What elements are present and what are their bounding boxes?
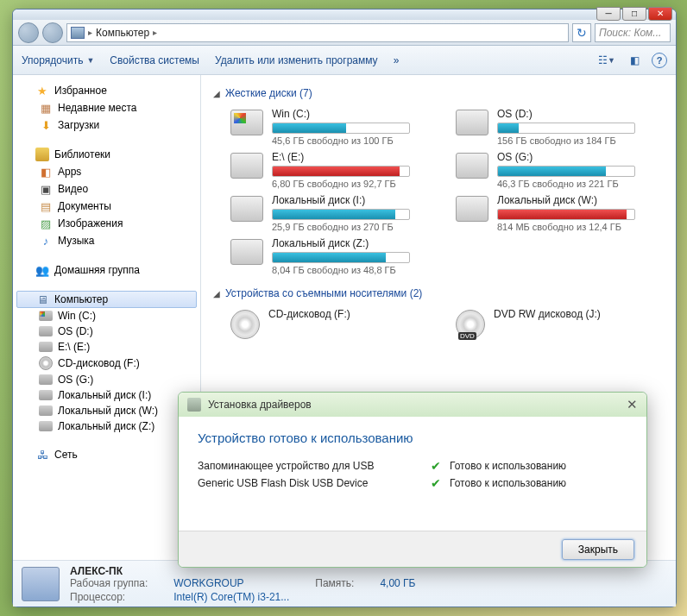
drive-icon — [39, 405, 53, 416]
tree-drive-w[interactable]: Локальный диск (W:) — [16, 403, 197, 418]
drive-name: OS (G:) — [497, 151, 664, 163]
capacity-bar — [272, 252, 410, 263]
popup-title-text: Установка драйверов — [208, 399, 312, 411]
drive-item[interactable]: Локальный диск (I:) 25,9 ГБ свободно из … — [230, 194, 438, 232]
computer-icon: 🖥 — [35, 292, 49, 306]
capacity-bar — [272, 123, 410, 134]
system-properties-button[interactable]: Свойства системы — [110, 54, 199, 66]
cd-icon — [39, 356, 53, 370]
drive-icon — [39, 342, 53, 352]
tree-recent-places[interactable]: ▦Недавние места — [16, 99, 197, 116]
help-button[interactable]: ? — [652, 53, 667, 68]
capacity-bar — [497, 166, 635, 177]
cd-icon — [230, 310, 260, 339]
removable-name: CD-дисковод (F:) — [268, 308, 438, 320]
tree-network[interactable]: 🖧Сеть — [16, 446, 197, 463]
video-icon: ▣ — [39, 182, 53, 196]
drive-icon — [39, 311, 53, 321]
drive-icon — [230, 110, 263, 135]
libraries-icon — [35, 148, 49, 161]
drive-free-text: 156 ГБ свободно из 184 ГБ — [497, 135, 664, 146]
drive-icon — [456, 110, 488, 135]
drive-item[interactable]: Win (C:) 45,6 ГБ свободно из 100 ГБ — [230, 108, 438, 146]
drive-icon — [230, 239, 263, 265]
drive-item[interactable]: OS (G:) 46,3 ГБ свободно из 221 ГБ — [456, 151, 664, 189]
section-removable[interactable]: ◢Устройства со съемными носителями (2) — [213, 287, 664, 299]
drive-item[interactable]: Локальный диск (Z:) 8,04 ГБ свободно из … — [230, 237, 438, 275]
drive-name: Локальный диск (Z:) — [272, 237, 438, 249]
removable-item[interactable]: DVD RW дисковод (J:) — [456, 308, 664, 339]
tree-homegroup[interactable]: 👥Домашняя группа — [16, 261, 197, 279]
minimize-button[interactable]: ─ — [596, 7, 621, 21]
tree-drive-i[interactable]: Локальный диск (I:) — [16, 387, 197, 403]
popup-heading: Устройство готово к использованию — [198, 431, 627, 445]
drive-free-text: 45,6 ГБ свободно из 100 ГБ — [272, 135, 438, 146]
drive-name: OS (D:) — [497, 108, 664, 120]
tree-favorites[interactable]: ★Избранное — [16, 82, 197, 99]
tree-downloads[interactable]: ⬇Загрузки — [16, 116, 197, 134]
tree-drive-c[interactable]: Win (C:) — [16, 308, 197, 324]
downloads-icon: ⬇ — [39, 118, 53, 132]
drive-name: Локальный диск (W:) — [497, 194, 664, 206]
drive-item[interactable]: Локальный диск (W:) 814 МБ свободно из 1… — [456, 194, 664, 232]
uninstall-program-button[interactable]: Удалить или изменить программу — [215, 54, 378, 66]
drive-icon — [230, 153, 263, 179]
popup-titlebar[interactable]: Установка драйверов ✕ — [179, 393, 646, 417]
drive-free-text: 25,9 ГБ свободно из 270 ГБ — [272, 222, 438, 232]
tree-documents[interactable]: ▤Документы — [16, 198, 197, 215]
chevron-right-icon: ▸ — [153, 28, 157, 37]
view-options-button[interactable]: ☷▼ — [596, 51, 617, 70]
tree-libraries[interactable]: Библиотеки — [16, 146, 197, 163]
removable-item[interactable]: CD-дисковод (F:) — [230, 308, 438, 339]
popup-close-action-button[interactable]: Закрыть — [562, 539, 634, 560]
capacity-bar — [272, 209, 410, 220]
tree-drive-g[interactable]: OS (G:) — [16, 372, 197, 387]
documents-icon: ▤ — [39, 199, 53, 213]
popup-device-status: Готово к использованию — [450, 477, 566, 489]
music-icon: ♪ — [39, 234, 53, 248]
popup-device-status: Готово к использованию — [450, 460, 566, 472]
breadcrumb-item[interactable]: Компьютер — [96, 27, 149, 39]
tree-drive-f[interactable]: CD-дисковод (F:) — [16, 355, 197, 372]
details-ram: 4,00 ГБ — [380, 577, 415, 589]
drive-icon — [456, 153, 488, 179]
drive-icon — [39, 374, 53, 385]
details-cpu-label: Процессор: — [70, 591, 148, 603]
refresh-button[interactable]: ↻ — [572, 23, 591, 42]
close-button[interactable]: ✕ — [648, 7, 672, 21]
toolbar-overflow[interactable]: » — [394, 54, 400, 66]
drive-item[interactable]: OS (D:) 156 ГБ свободно из 184 ГБ — [456, 108, 664, 146]
drive-icon — [39, 390, 53, 400]
organize-menu[interactable]: Упорядочить▼ — [22, 54, 94, 66]
chevron-down-icon: ▼ — [86, 56, 94, 65]
tree-music[interactable]: ♪Музыка — [16, 232, 197, 249]
address-bar: ▸ Компьютер ▸ ↻ Поиск: Ком... — [13, 20, 676, 46]
popup-close-button[interactable]: ✕ — [627, 397, 638, 412]
computer-icon — [71, 27, 85, 39]
back-button[interactable] — [18, 22, 39, 43]
tree-video[interactable]: ▣Видео — [16, 180, 197, 198]
toolbar: Упорядочить▼ Свойства системы Удалить ил… — [13, 46, 676, 75]
section-hard-drives[interactable]: ◢Жесткие диски (7) — [213, 87, 664, 99]
search-input[interactable]: Поиск: Ком... — [595, 23, 671, 42]
titlebar[interactable]: ─ □ ✕ — [13, 9, 676, 20]
breadcrumb[interactable]: ▸ Компьютер ▸ — [66, 23, 569, 42]
maximize-button[interactable]: □ — [622, 7, 646, 21]
capacity-bar — [497, 209, 635, 220]
forward-button[interactable] — [42, 22, 63, 43]
preview-pane-button[interactable]: ◧ — [624, 51, 645, 70]
recent-icon: ▦ — [39, 101, 53, 115]
check-icon: ✔ — [431, 459, 441, 473]
collapse-icon: ◢ — [213, 89, 220, 98]
tree-drive-e[interactable]: E:\ (E:) — [16, 339, 197, 355]
drive-icon — [39, 326, 53, 336]
tree-drive-z[interactable]: Локальный диск (Z:) — [16, 418, 197, 434]
tree-computer[interactable]: 🖥Компьютер — [16, 291, 197, 308]
network-icon: 🖧 — [35, 448, 49, 462]
tree-apps[interactable]: ◧Apps — [16, 163, 197, 180]
tree-images[interactable]: ▨Изображения — [16, 215, 197, 232]
tree-drive-d[interactable]: OS (D:) — [16, 324, 197, 339]
drive-item[interactable]: E:\ (E:) 6,80 ГБ свободно из 92,7 ГБ — [230, 151, 438, 189]
drive-icon — [230, 196, 263, 222]
drive-free-text: 46,3 ГБ свободно из 221 ГБ — [497, 179, 664, 189]
